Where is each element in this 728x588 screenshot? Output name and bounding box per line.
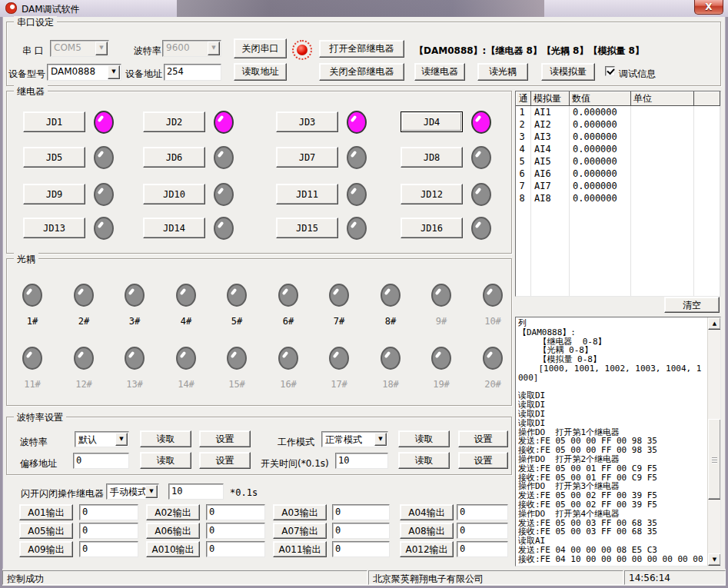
- table-row: 2AI20.000000: [517, 118, 720, 131]
- output-value-input-a011[interactable]: 0: [332, 541, 390, 557]
- table-cell: 0.000000: [570, 192, 631, 204]
- chevron-down-icon: ▼: [108, 65, 120, 79]
- output-button-a011[interactable]: A011输出: [273, 541, 327, 557]
- output-button-a06[interactable]: A06输出: [146, 523, 200, 539]
- analog-table-header-1[interactable]: 模拟量: [531, 92, 570, 106]
- read-address-button[interactable]: 读取地址: [234, 63, 287, 81]
- opto-label-10: 10#: [477, 316, 509, 327]
- output-value-input-a05[interactable]: 0: [79, 523, 138, 539]
- read-relay-button[interactable]: 读继电器: [414, 63, 465, 81]
- offset-read-button[interactable]: 读取: [140, 452, 191, 469]
- switch-time-set-button[interactable]: 设置: [458, 452, 508, 469]
- debug-info-checkbox[interactable]: [605, 66, 615, 76]
- read-analog-button[interactable]: 读模拟量: [541, 63, 595, 81]
- output-button-a04[interactable]: A04输出: [400, 504, 454, 520]
- output-button-a09[interactable]: A09输出: [19, 541, 73, 557]
- baud-set-button[interactable]: 设置: [199, 430, 251, 447]
- switch-time-input[interactable]: 10: [335, 453, 388, 469]
- close-button[interactable]: X: [694, 0, 723, 15]
- scroll-up-icon[interactable]: ▲: [708, 317, 721, 330]
- analog-table-header-2[interactable]: 数值: [570, 92, 631, 106]
- table-cell: [694, 155, 720, 168]
- table-cell: [694, 192, 720, 204]
- device-model-select[interactable]: DAM0888▼: [47, 64, 121, 81]
- flash-mode-select[interactable]: 手动模式▼: [106, 483, 159, 500]
- table-cell: [694, 278, 720, 291]
- analog-table-header-0[interactable]: 通: [517, 92, 531, 106]
- opto-indicator-4: [176, 284, 196, 307]
- relay-button-jd11: JD11: [276, 184, 338, 204]
- device-address-input[interactable]: 254: [164, 64, 221, 81]
- output-value-input-a03[interactable]: 0: [332, 504, 390, 520]
- table-cell: [694, 131, 720, 143]
- read-opto-button[interactable]: 读光耦: [477, 63, 528, 81]
- log-scrollbar[interactable]: ▲ ▼: [707, 317, 720, 566]
- relay-button-jd7[interactable]: JD7: [276, 147, 338, 168]
- output-value-input-a04[interactable]: 0: [457, 504, 508, 520]
- work-mode-read-button[interactable]: 读取: [398, 430, 450, 447]
- work-mode-select[interactable]: 正常模式▼: [321, 431, 388, 447]
- output-value-input-a02[interactable]: 0: [206, 504, 265, 520]
- opto-indicator-9: [431, 284, 451, 307]
- close-all-relays-button[interactable]: 关闭全部继电器: [319, 63, 404, 81]
- analog-table-header-3[interactable]: 单位: [631, 92, 694, 106]
- table-row-empty: [517, 217, 720, 229]
- output-value-input-a010[interactable]: 0: [206, 541, 265, 557]
- table-cell: [570, 229, 631, 241]
- output-button-a03[interactable]: A03输出: [273, 504, 327, 520]
- output-button-a010[interactable]: A010输出: [146, 541, 200, 557]
- analog-table-header-4[interactable]: [694, 92, 720, 106]
- table-cell: 0.000000: [570, 106, 631, 118]
- relay-button-jd2[interactable]: JD2: [143, 111, 205, 132]
- opto-label-15: 15#: [221, 379, 253, 390]
- output-button-a08[interactable]: A08输出: [400, 523, 454, 539]
- relay-button-jd4[interactable]: JD4: [401, 111, 463, 132]
- switch-time-read-button[interactable]: 读取: [398, 452, 450, 469]
- relay-button-jd1[interactable]: JD1: [23, 111, 85, 132]
- table-cell: [631, 229, 694, 241]
- opto-label-1: 1#: [16, 316, 48, 327]
- relay-button-jd3[interactable]: JD3: [276, 111, 338, 132]
- close-serial-button[interactable]: 关闭串口: [234, 38, 287, 58]
- clear-log-button[interactable]: 清空: [664, 297, 720, 313]
- scroll-down-icon[interactable]: ▼: [708, 553, 721, 566]
- table-cell: [570, 278, 631, 291]
- chevron-down-icon: ▼: [95, 42, 108, 55]
- table-cell: [570, 254, 631, 266]
- baud-default-select[interactable]: 默认▼: [75, 431, 129, 447]
- offset-set-button[interactable]: 设置: [199, 452, 251, 469]
- output-value-input-a07[interactable]: 0: [332, 523, 390, 539]
- relay-button-jd6[interactable]: JD6: [143, 147, 205, 168]
- offset-address-input[interactable]: 0: [73, 453, 129, 469]
- output-value-input-a01[interactable]: 0: [79, 504, 138, 520]
- open-all-relays-button[interactable]: 打开全部继电器: [319, 40, 404, 58]
- work-mode-set-button[interactable]: 设置: [458, 430, 508, 447]
- chevron-down-icon: ▼: [208, 42, 220, 55]
- output-button-a012[interactable]: A012输出: [400, 541, 454, 557]
- relay-button-jd8[interactable]: JD8: [401, 147, 463, 168]
- switch-time-label: 开关时间(*0.1s): [261, 457, 329, 470]
- relay-button-jd5[interactable]: JD5: [23, 147, 85, 168]
- flash-time-input[interactable]: 10: [168, 483, 224, 500]
- output-value-input-a09[interactable]: 0: [79, 541, 138, 557]
- table-cell: [694, 168, 720, 180]
- table-cell: [570, 291, 631, 297]
- output-value-input-a06[interactable]: 0: [206, 523, 265, 539]
- opto-label-14: 14#: [170, 379, 202, 390]
- output-button-a01[interactable]: A01输出: [19, 504, 73, 520]
- output-button-a05[interactable]: A05输出: [19, 523, 73, 539]
- opto-label-18: 18#: [374, 379, 407, 390]
- opto-indicator-12: [74, 347, 94, 370]
- analog-table: 通模拟量数值单位 1AI10.0000002AI20.0000003AI30.0…: [516, 91, 720, 297]
- baud-read-button[interactable]: 读取: [140, 430, 191, 447]
- output-value-input-a012[interactable]: 0: [457, 541, 508, 557]
- opto-label-4: 4#: [170, 316, 202, 327]
- output-button-a07[interactable]: A07输出: [273, 523, 327, 539]
- scrollbar-thumb[interactable]: [708, 419, 721, 500]
- opto-indicator-6: [278, 284, 298, 307]
- table-cell: [631, 168, 694, 180]
- output-button-a02[interactable]: A02输出: [146, 504, 200, 520]
- output-value-input-a08[interactable]: 0: [457, 523, 508, 539]
- debug-log-panel[interactable]: 列 【DAM0888】: 【继电器 0-8】 【光耦 0-8】 【模拟量 0-8…: [515, 317, 721, 566]
- opto-indicator-10: [483, 284, 503, 307]
